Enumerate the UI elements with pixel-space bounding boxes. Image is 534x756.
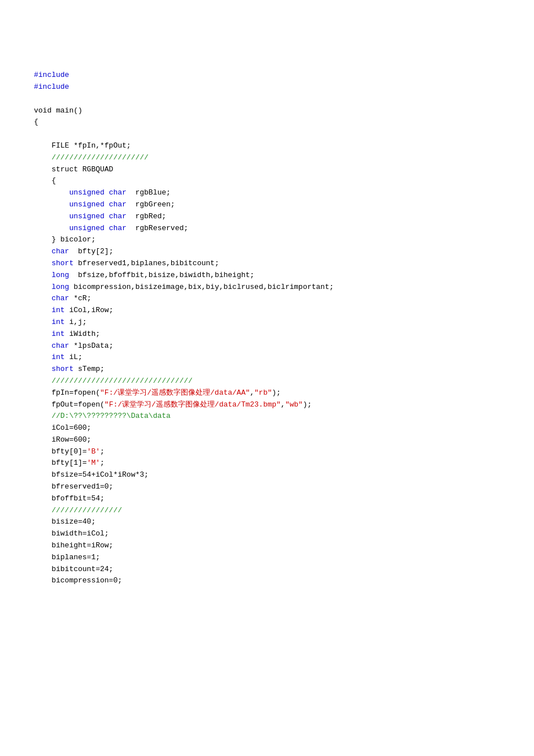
code-segment: rgbGreen; bbox=[127, 200, 175, 209]
code-segment bbox=[34, 188, 69, 197]
code-segment: iL; bbox=[65, 353, 83, 361]
code-line: } bicolor; bbox=[34, 234, 500, 246]
code-line: int iWidth; bbox=[34, 329, 500, 340]
code-segment: int bbox=[51, 306, 64, 314]
code-segment bbox=[34, 271, 51, 279]
code-segment: } bicolor; bbox=[34, 235, 95, 244]
code-segment bbox=[34, 294, 51, 303]
code-segment bbox=[34, 318, 51, 326]
code-segment bbox=[34, 342, 51, 350]
code-segment: , bbox=[250, 388, 254, 397]
code-line: bfsize=54+iCol*iRow*3; bbox=[34, 469, 500, 481]
code-line bbox=[34, 93, 500, 105]
code-line: bfty[1]='M'; bbox=[34, 457, 500, 469]
code-segment bbox=[34, 200, 69, 209]
code-segment bbox=[34, 259, 51, 267]
code-segment: iWidth; bbox=[65, 330, 100, 338]
code-editor: #include#include void main(){ FILE *fpIn… bbox=[34, 23, 500, 599]
code-segment: FILE *fpIn,*fpOut; bbox=[34, 141, 131, 150]
code-segment: biplanes=1; bbox=[34, 553, 100, 561]
code-line: #include bbox=[34, 81, 500, 93]
code-line bbox=[34, 46, 500, 58]
code-segment: iRow=600; bbox=[34, 435, 91, 444]
code-segment: #include bbox=[34, 83, 69, 91]
code-segment bbox=[34, 306, 51, 314]
code-line: char bfty[2]; bbox=[34, 246, 500, 258]
code-line: bibitcount=24; bbox=[34, 564, 500, 576]
code-segment: iCol=600; bbox=[34, 424, 91, 432]
code-line: bfreserved1=0; bbox=[34, 481, 500, 493]
code-line: struct RGBQUAD bbox=[34, 164, 500, 176]
code-segment: rgbReserved; bbox=[127, 224, 188, 232]
code-segment: "F:/课堂学习/遥感数字图像处理/data/AA" bbox=[100, 388, 250, 397]
code-segment bbox=[34, 353, 51, 361]
code-segment: fpIn=fopen( bbox=[34, 388, 100, 397]
code-segment: //////////////////////////////// bbox=[34, 377, 193, 385]
code-line: { bbox=[34, 116, 500, 128]
code-segment: bfsize=54+iCol*iRow*3; bbox=[34, 470, 149, 479]
code-line: biplanes=1; bbox=[34, 552, 500, 564]
code-line: int i,j; bbox=[34, 317, 500, 329]
code-segment: char bbox=[51, 294, 69, 303]
code-segment: fpOut=fopen( bbox=[34, 400, 105, 409]
code-line: fpIn=fopen("F:/课堂学习/遥感数字图像处理/data/AA","r… bbox=[34, 387, 500, 399]
code-segment: bfsize,bfoffbit,bisize,biwidth,biheight; bbox=[69, 271, 254, 279]
code-line: long bicompression,bisizeimage,bix,biy,b… bbox=[34, 282, 500, 293]
code-line: unsigned char rgbReserved; bbox=[34, 223, 500, 235]
code-segment: "rb" bbox=[254, 388, 272, 397]
code-line: int iL; bbox=[34, 352, 500, 364]
code-segment bbox=[34, 212, 69, 221]
code-segment: unsigned char bbox=[69, 224, 126, 232]
code-segment: bfreserved1,biplanes,bibitcount; bbox=[73, 259, 219, 267]
code-segment: char bbox=[51, 342, 69, 350]
code-segment: //////////////// bbox=[34, 506, 122, 515]
code-segment: int bbox=[51, 330, 64, 338]
code-segment: i,j; bbox=[65, 318, 87, 326]
code-line: iCol=600; bbox=[34, 422, 500, 434]
code-segment: ; bbox=[100, 447, 105, 456]
code-segment: bfoffbit=54; bbox=[34, 494, 105, 503]
code-line: ////////////////////// bbox=[34, 152, 500, 164]
code-line: biwidth=iCol; bbox=[34, 528, 500, 540]
code-segment: long bbox=[51, 283, 69, 291]
code-segment bbox=[34, 330, 51, 338]
code-segment bbox=[34, 247, 51, 256]
code-segment: iCol,iRow; bbox=[65, 306, 114, 314]
code-segment: int bbox=[51, 353, 64, 361]
code-segment: bfreserved1=0; bbox=[34, 482, 113, 491]
code-line: FILE *fpIn,*fpOut; bbox=[34, 140, 500, 152]
code-segment: 'B' bbox=[87, 447, 100, 456]
code-segment: "F:/课堂学习/遥感数字图像处理/data/Tm23.bmp" bbox=[105, 400, 281, 409]
code-segment: "wb" bbox=[285, 400, 303, 409]
code-line: iRow=600; bbox=[34, 434, 500, 446]
code-segment: { bbox=[34, 176, 56, 185]
code-segment: unsigned char bbox=[69, 212, 126, 221]
code-segment: ; bbox=[100, 459, 105, 467]
code-segment: biwidth=iCol; bbox=[34, 529, 109, 538]
code-segment: ); bbox=[303, 400, 312, 409]
code-line: bfoffbit=54; bbox=[34, 493, 500, 505]
code-line bbox=[34, 587, 500, 599]
code-line: short sTemp; bbox=[34, 364, 500, 375]
code-line: { bbox=[34, 175, 500, 187]
code-line: //////////////// bbox=[34, 505, 500, 517]
code-segment: bfty[2]; bbox=[69, 247, 113, 256]
code-segment: rgbBlue; bbox=[127, 188, 171, 197]
code-segment: rgbRed; bbox=[127, 212, 166, 221]
code-line: unsigned char rgbBlue; bbox=[34, 187, 500, 199]
code-line: bicompression=0; bbox=[34, 575, 500, 587]
code-line bbox=[34, 58, 500, 70]
code-segment: bicompression,bisizeimage,bix,biy,biclru… bbox=[69, 283, 333, 291]
code-segment: , bbox=[281, 400, 285, 409]
code-segment: long bbox=[51, 271, 69, 279]
code-segment bbox=[34, 224, 69, 232]
code-line: bfty[0]='B'; bbox=[34, 446, 500, 458]
code-line: char *cR; bbox=[34, 293, 500, 305]
code-segment bbox=[34, 365, 51, 373]
code-segment: bisize=40; bbox=[34, 517, 95, 526]
code-segment: *lpsData; bbox=[69, 342, 113, 350]
code-segment: int bbox=[51, 318, 64, 326]
code-line bbox=[34, 34, 500, 46]
code-segment: ////////////////////// bbox=[34, 153, 149, 162]
code-segment: { bbox=[34, 118, 38, 126]
